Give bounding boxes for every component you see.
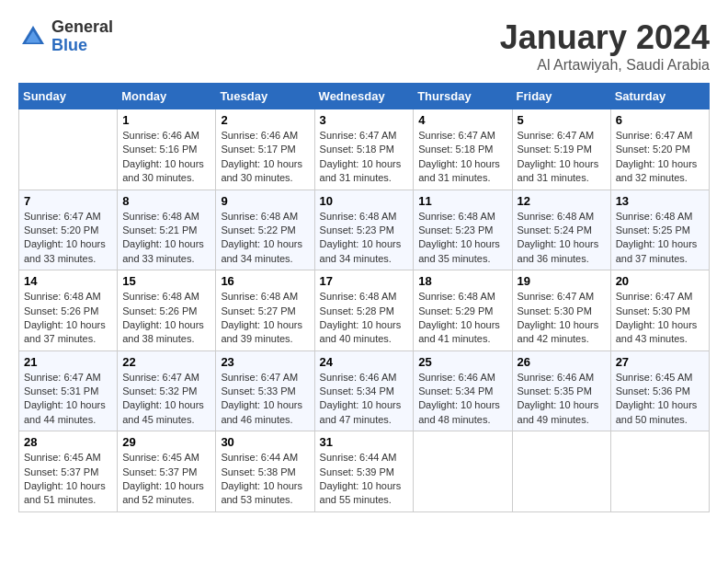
- logo-general: General: [51, 18, 113, 37]
- calendar-cell: 17Sunrise: 6:48 AM Sunset: 5:28 PM Dayli…: [314, 270, 414, 351]
- calendar-cell: 25Sunrise: 6:46 AM Sunset: 5:34 PM Dayli…: [414, 350, 512, 431]
- day-info: Sunrise: 6:48 AM Sunset: 5:21 PM Dayligh…: [122, 210, 210, 267]
- col-header-sunday: Sunday: [19, 84, 118, 109]
- day-info: Sunrise: 6:47 AM Sunset: 5:18 PM Dayligh…: [418, 129, 506, 186]
- day-number: 30: [221, 435, 309, 449]
- calendar-week-3: 14Sunrise: 6:48 AM Sunset: 5:26 PM Dayli…: [19, 270, 710, 351]
- calendar-cell: 26Sunrise: 6:46 AM Sunset: 5:35 PM Dayli…: [512, 350, 610, 431]
- title-block: January 2024 Al Artawiyah, Saudi Arabia: [500, 18, 710, 74]
- day-number: 28: [24, 435, 112, 449]
- col-header-tuesday: Tuesday: [216, 84, 314, 109]
- calendar-cell: 29Sunrise: 6:45 AM Sunset: 5:37 PM Dayli…: [118, 431, 216, 512]
- day-info: Sunrise: 6:47 AM Sunset: 5:31 PM Dayligh…: [24, 371, 112, 428]
- day-number: 5: [518, 113, 606, 127]
- day-info: Sunrise: 6:48 AM Sunset: 5:26 PM Dayligh…: [122, 290, 210, 347]
- col-header-wednesday: Wednesday: [314, 84, 414, 109]
- day-info: Sunrise: 6:47 AM Sunset: 5:18 PM Dayligh…: [320, 129, 409, 186]
- page-header: General Blue January 2024 Al Artawiyah, …: [18, 18, 710, 74]
- day-number: 13: [616, 194, 704, 208]
- location-subtitle: Al Artawiyah, Saudi Arabia: [500, 57, 710, 74]
- day-number: 10: [320, 194, 409, 208]
- day-number: 18: [418, 274, 506, 288]
- logo-text: General Blue: [51, 18, 113, 55]
- calendar-cell: 7Sunrise: 6:47 AM Sunset: 5:20 PM Daylig…: [19, 190, 118, 270]
- day-info: Sunrise: 6:47 AM Sunset: 5:30 PM Dayligh…: [518, 290, 606, 347]
- day-number: 2: [221, 113, 309, 127]
- day-info: Sunrise: 6:46 AM Sunset: 5:35 PM Dayligh…: [518, 371, 606, 428]
- day-number: 21: [24, 355, 112, 369]
- day-number: 29: [122, 435, 210, 449]
- day-number: 11: [418, 194, 506, 208]
- calendar-cell: 5Sunrise: 6:47 AM Sunset: 5:19 PM Daylig…: [512, 109, 610, 190]
- day-number: 24: [320, 355, 409, 369]
- calendar-cell: 8Sunrise: 6:48 AM Sunset: 5:21 PM Daylig…: [118, 190, 216, 270]
- calendar-week-4: 21Sunrise: 6:47 AM Sunset: 5:31 PM Dayli…: [19, 350, 710, 431]
- calendar-cell: 21Sunrise: 6:47 AM Sunset: 5:31 PM Dayli…: [19, 350, 118, 431]
- calendar-cell: 22Sunrise: 6:47 AM Sunset: 5:32 PM Dayli…: [118, 350, 216, 431]
- calendar-cell: 11Sunrise: 6:48 AM Sunset: 5:23 PM Dayli…: [414, 190, 512, 270]
- day-number: 22: [122, 355, 210, 369]
- day-info: Sunrise: 6:48 AM Sunset: 5:23 PM Dayligh…: [418, 210, 506, 267]
- day-info: Sunrise: 6:47 AM Sunset: 5:33 PM Dayligh…: [221, 371, 309, 428]
- calendar-cell: 31Sunrise: 6:44 AM Sunset: 5:39 PM Dayli…: [314, 431, 414, 512]
- day-number: 26: [518, 355, 606, 369]
- day-number: 3: [320, 113, 409, 127]
- day-info: Sunrise: 6:47 AM Sunset: 5:30 PM Dayligh…: [616, 290, 704, 347]
- day-info: Sunrise: 6:45 AM Sunset: 5:37 PM Dayligh…: [24, 451, 112, 508]
- calendar-cell: [610, 431, 709, 512]
- calendar-cell: 24Sunrise: 6:46 AM Sunset: 5:34 PM Dayli…: [314, 350, 414, 431]
- calendar-cell: 20Sunrise: 6:47 AM Sunset: 5:30 PM Dayli…: [610, 270, 709, 351]
- calendar-cell: 19Sunrise: 6:47 AM Sunset: 5:30 PM Dayli…: [512, 270, 610, 351]
- calendar-cell: 12Sunrise: 6:48 AM Sunset: 5:24 PM Dayli…: [512, 190, 610, 270]
- logo-blue-text: Blue: [51, 37, 113, 55]
- day-number: 23: [221, 355, 309, 369]
- day-info: Sunrise: 6:47 AM Sunset: 5:19 PM Dayligh…: [518, 129, 606, 186]
- col-header-friday: Friday: [512, 84, 610, 109]
- day-info: Sunrise: 6:48 AM Sunset: 5:28 PM Dayligh…: [320, 290, 409, 347]
- logo: General Blue: [18, 18, 113, 55]
- calendar-cell: 14Sunrise: 6:48 AM Sunset: 5:26 PM Dayli…: [19, 270, 118, 351]
- day-number: 6: [616, 113, 704, 127]
- day-info: Sunrise: 6:46 AM Sunset: 5:16 PM Dayligh…: [122, 129, 210, 186]
- calendar-cell: 30Sunrise: 6:44 AM Sunset: 5:38 PM Dayli…: [216, 431, 314, 512]
- calendar-cell: 13Sunrise: 6:48 AM Sunset: 5:25 PM Dayli…: [610, 190, 709, 270]
- day-info: Sunrise: 6:48 AM Sunset: 5:24 PM Dayligh…: [518, 210, 606, 267]
- day-number: 12: [518, 194, 606, 208]
- col-header-saturday: Saturday: [610, 84, 709, 109]
- calendar-cell: 27Sunrise: 6:45 AM Sunset: 5:36 PM Dayli…: [610, 350, 709, 431]
- day-number: 15: [122, 274, 210, 288]
- day-info: Sunrise: 6:47 AM Sunset: 5:32 PM Dayligh…: [122, 371, 210, 428]
- day-info: Sunrise: 6:46 AM Sunset: 5:34 PM Dayligh…: [320, 371, 409, 428]
- day-info: Sunrise: 6:44 AM Sunset: 5:39 PM Dayligh…: [320, 451, 409, 508]
- day-info: Sunrise: 6:48 AM Sunset: 5:22 PM Dayligh…: [221, 210, 309, 267]
- calendar-cell: 16Sunrise: 6:48 AM Sunset: 5:27 PM Dayli…: [216, 270, 314, 351]
- day-info: Sunrise: 6:48 AM Sunset: 5:25 PM Dayligh…: [616, 210, 704, 267]
- day-info: Sunrise: 6:47 AM Sunset: 5:20 PM Dayligh…: [24, 210, 112, 267]
- day-info: Sunrise: 6:46 AM Sunset: 5:17 PM Dayligh…: [221, 129, 309, 186]
- calendar-cell: 18Sunrise: 6:48 AM Sunset: 5:29 PM Dayli…: [414, 270, 512, 351]
- calendar-cell: [512, 431, 610, 512]
- calendar-cell: 23Sunrise: 6:47 AM Sunset: 5:33 PM Dayli…: [216, 350, 314, 431]
- day-number: 31: [320, 435, 409, 449]
- calendar-cell: 15Sunrise: 6:48 AM Sunset: 5:26 PM Dayli…: [118, 270, 216, 351]
- calendar-cell: 28Sunrise: 6:45 AM Sunset: 5:37 PM Dayli…: [19, 431, 118, 512]
- day-number: 17: [320, 274, 409, 288]
- calendar-cell: [414, 431, 512, 512]
- col-header-monday: Monday: [118, 84, 216, 109]
- day-info: Sunrise: 6:46 AM Sunset: 5:34 PM Dayligh…: [418, 371, 506, 428]
- day-info: Sunrise: 6:47 AM Sunset: 5:20 PM Dayligh…: [616, 129, 704, 186]
- calendar-cell: 6Sunrise: 6:47 AM Sunset: 5:20 PM Daylig…: [610, 109, 709, 190]
- day-number: 7: [24, 194, 112, 208]
- day-info: Sunrise: 6:48 AM Sunset: 5:27 PM Dayligh…: [221, 290, 309, 347]
- day-number: 1: [122, 113, 210, 127]
- col-header-thursday: Thursday: [414, 84, 512, 109]
- day-info: Sunrise: 6:45 AM Sunset: 5:36 PM Dayligh…: [616, 371, 704, 428]
- day-info: Sunrise: 6:45 AM Sunset: 5:37 PM Dayligh…: [122, 451, 210, 508]
- day-number: 4: [418, 113, 506, 127]
- calendar-cell: [19, 109, 118, 190]
- day-number: 8: [122, 194, 210, 208]
- calendar-cell: 2Sunrise: 6:46 AM Sunset: 5:17 PM Daylig…: [216, 109, 314, 190]
- calendar-week-5: 28Sunrise: 6:45 AM Sunset: 5:37 PM Dayli…: [19, 431, 710, 512]
- day-number: 16: [221, 274, 309, 288]
- logo-icon: [18, 22, 48, 52]
